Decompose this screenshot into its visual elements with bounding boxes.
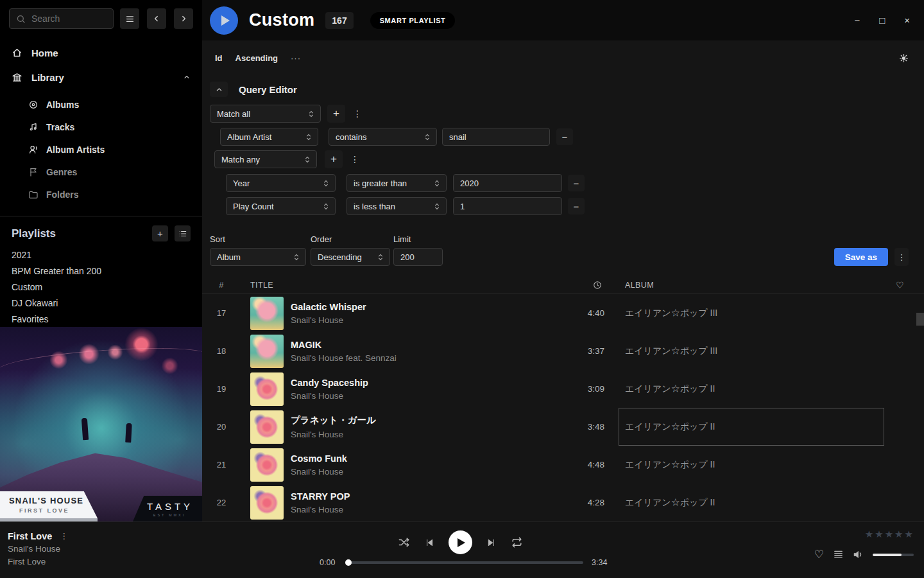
sort-field-button[interactable]: Id xyxy=(215,53,223,63)
rule-field-select[interactable]: Play Count xyxy=(226,197,336,215)
table-row[interactable]: 18 MAGIK Snail's House feat. Sennzai 3:3… xyxy=(202,332,924,370)
root-match-select[interactable]: Match all xyxy=(210,105,321,123)
playlist-item[interactable]: BPM Greater than 200 xyxy=(0,263,202,279)
shuffle-button[interactable] xyxy=(398,536,410,548)
rule-group-menu-button[interactable]: ⋮ xyxy=(346,154,363,164)
now-playing-title[interactable]: First Love xyxy=(8,530,52,543)
star-icon[interactable]: ★ xyxy=(875,529,884,540)
limit-input[interactable]: 200 xyxy=(393,248,443,266)
star-icon[interactable]: ★ xyxy=(865,529,874,540)
sort-select[interactable]: Album xyxy=(210,248,306,266)
remove-rule-button[interactable]: − xyxy=(568,175,585,191)
rule-group-menu-button[interactable]: ⋮ xyxy=(349,109,366,119)
sort-order-button[interactable]: Ascending xyxy=(235,53,278,63)
save-menu-button[interactable]: ⋮ xyxy=(894,248,909,266)
repeat-button[interactable] xyxy=(511,536,523,548)
playlist-list-button[interactable] xyxy=(175,225,191,241)
track-artist[interactable]: Snail's House xyxy=(291,430,376,439)
table-row[interactable]: 20 プラネット・ガール Snail's House 3:48 エイリアン☆ポッ… xyxy=(202,408,924,446)
rule-field-select[interactable]: Album Artist xyxy=(220,128,318,146)
sidebar-item-folders[interactable]: Folders xyxy=(0,183,202,206)
seek-slider[interactable] xyxy=(346,561,583,564)
volume-slider[interactable] xyxy=(873,554,914,556)
playlist-item[interactable]: Custom xyxy=(0,279,202,295)
add-playlist-button[interactable]: + xyxy=(152,225,168,241)
add-rule-button[interactable]: + xyxy=(325,150,343,168)
track-duration: 4:48 xyxy=(554,460,612,469)
now-playing-info: First Love ⋮ Snail's House First Love xyxy=(8,530,68,568)
queue-button[interactable] xyxy=(833,549,844,560)
close-button[interactable]: × xyxy=(904,15,910,26)
column-header-album[interactable]: ALBUM xyxy=(612,281,888,290)
sidebar-item-home[interactable]: Home xyxy=(0,40,202,65)
maximize-button[interactable]: □ xyxy=(879,15,885,26)
sidebar-item-genres[interactable]: Genres xyxy=(0,161,202,183)
rule-value-input[interactable]: 1 xyxy=(453,197,562,215)
remove-rule-button[interactable]: − xyxy=(556,128,573,145)
previous-track-button[interactable] xyxy=(424,538,434,548)
play-pause-button[interactable] xyxy=(449,530,472,554)
track-title: Candy Spaceship xyxy=(291,378,368,388)
seek-handle[interactable] xyxy=(345,559,352,566)
table-row[interactable]: 22 STARRY POP Snail's House 4:28 エイリアン☆ポ… xyxy=(202,484,924,521)
rule-operator-select[interactable]: is less than xyxy=(346,197,447,215)
scrollbar-thumb[interactable] xyxy=(916,313,924,326)
table-row[interactable]: 17 Galactic Whisper Snail's House 4:40 エ… xyxy=(202,294,924,332)
track-art-thumbnail xyxy=(250,297,284,330)
sidebar-item-albums[interactable]: Albums xyxy=(0,93,202,116)
track-album[interactable]: エイリアン☆ポップ II xyxy=(625,383,715,395)
track-album[interactable]: エイリアン☆ポップ III xyxy=(625,308,717,319)
menu-button[interactable] xyxy=(120,8,139,29)
save-as-button[interactable]: Save as xyxy=(834,248,888,266)
now-playing-artist[interactable]: Snail's House xyxy=(8,543,68,556)
favorite-button[interactable]: ♡ xyxy=(814,548,824,561)
rule-field-select[interactable]: Year xyxy=(226,174,336,192)
table-row[interactable]: 19 Candy Spaceship Snail's House 3:09 エイ… xyxy=(202,370,924,408)
group-match-select[interactable]: Match any xyxy=(214,150,317,168)
track-artist[interactable]: Snail's House feat. Sennzai xyxy=(291,353,397,363)
rule-operator-select[interactable]: contains xyxy=(329,128,437,146)
track-artist[interactable]: Snail's House xyxy=(291,467,347,477)
next-track-button[interactable] xyxy=(486,538,497,548)
more-options-button[interactable]: ··· xyxy=(291,53,301,63)
sidebar-item-album-artists[interactable]: Album Artists xyxy=(0,138,202,161)
add-rule-button[interactable]: + xyxy=(327,105,345,123)
track-album[interactable]: エイリアン☆ポップ II xyxy=(625,421,715,433)
track-album[interactable]: エイリアン☆ポップ II xyxy=(625,497,715,509)
star-icon[interactable]: ★ xyxy=(905,529,914,540)
collapse-library-icon[interactable] xyxy=(183,73,191,81)
track-artist[interactable]: Snail's House xyxy=(291,391,368,401)
column-header-duration[interactable] xyxy=(554,281,612,290)
column-header-index[interactable]: # xyxy=(202,280,241,290)
nav-back-button[interactable] xyxy=(147,8,166,29)
playlist-item[interactable]: DJ Okawari xyxy=(0,295,202,311)
settings-gear-button[interactable] xyxy=(899,53,909,63)
nav-forward-button[interactable] xyxy=(174,8,193,29)
collapse-query-editor-button[interactable] xyxy=(210,82,228,97)
now-playing-album-art[interactable]: SNAIL'S HOUSE FIRST LOVE TASTY EST MMXI xyxy=(0,327,202,521)
column-header-favorite[interactable]: ♡ xyxy=(888,280,924,290)
now-playing-menu-button[interactable]: ⋮ xyxy=(60,530,68,543)
track-album[interactable]: エイリアン☆ポップ III xyxy=(625,346,717,357)
rule-value-input[interactable]: 2020 xyxy=(453,174,562,192)
track-album[interactable]: エイリアン☆ポップ II xyxy=(625,459,715,471)
sidebar-item-tracks[interactable]: Tracks xyxy=(0,116,202,138)
playlist-item[interactable]: 2021 xyxy=(0,247,202,263)
rule-operator-select[interactable]: is greater than xyxy=(346,174,447,192)
now-playing-album[interactable]: First Love xyxy=(8,556,68,568)
minimize-button[interactable]: − xyxy=(854,15,860,26)
track-artist[interactable]: Snail's House xyxy=(291,505,350,514)
playlist-item[interactable]: Favorites xyxy=(0,311,202,327)
search-input[interactable]: Search xyxy=(9,8,114,29)
order-select[interactable]: Descending xyxy=(311,248,390,266)
sidebar-item-library[interactable]: Library xyxy=(0,65,202,89)
track-artist[interactable]: Snail's House xyxy=(291,315,366,325)
star-icon[interactable]: ★ xyxy=(885,529,894,540)
play-playlist-button[interactable] xyxy=(210,6,238,35)
rule-value-input[interactable]: snail xyxy=(442,128,550,146)
remove-rule-button[interactable]: − xyxy=(568,198,585,215)
star-icon[interactable]: ★ xyxy=(894,529,903,540)
table-row[interactable]: 21 Cosmo Funk Snail's House 4:48 エイリアン☆ポ… xyxy=(202,446,924,484)
volume-button[interactable] xyxy=(853,549,864,560)
column-header-title[interactable]: TITLE xyxy=(241,281,554,290)
